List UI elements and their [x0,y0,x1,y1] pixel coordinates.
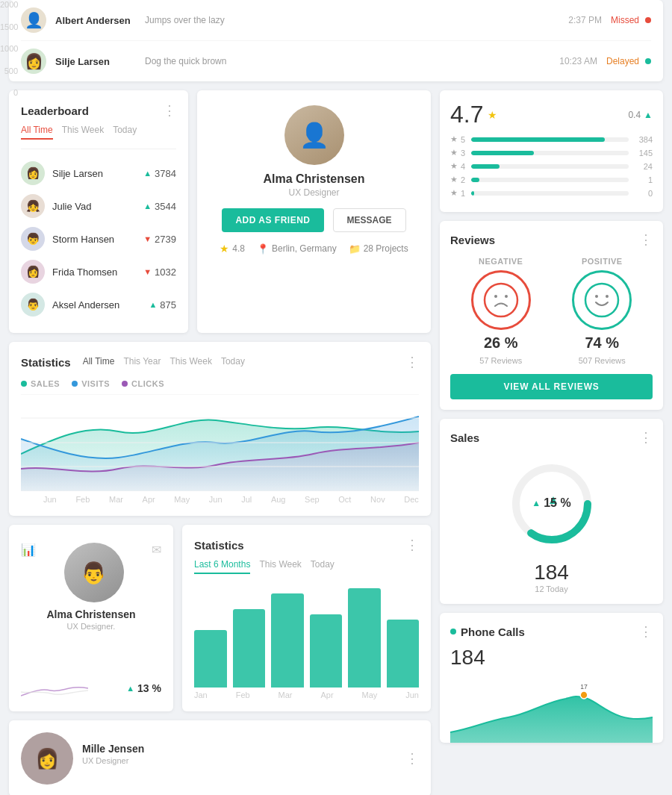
folder-icon: 📁 [349,243,361,255]
leader-score: ▼ 1032 [143,266,176,278]
sales-title: Sales [450,431,479,444]
bar-jan [194,583,227,688]
calls-chart: 17 Jan Feb Mar Apr May Jun [450,673,653,732]
profile-avatar: 👤 [284,105,344,165]
calls-dot [450,629,456,635]
tab-this-week[interactable]: This Week [62,125,104,140]
negative-reviews: NEGATIVE 26 % 57 Reviews [471,257,531,365]
notif-status: Delayed [606,56,639,66]
stats-tab-alltime[interactable]: All Time [83,356,115,368]
sales-sub: 12 Today [450,584,653,593]
star-icon: ★ [488,109,497,121]
stats-tab-year[interactable]: This Year [123,356,161,368]
arrow-down-icon: ▼ [143,267,152,276]
status-dot [645,17,651,23]
more-options-icon[interactable]: ⋮ [405,354,419,370]
tab-today[interactable]: Today [113,125,137,140]
message-button[interactable]: MESSAGE [333,208,406,232]
reviews-card: Reviews ⋮ NEGATIVE [440,221,663,410]
leader-name: Julie Vad [52,201,143,212]
arrow-up-icon: ▲ [143,169,152,178]
arrow-up-icon: ▲ [532,498,541,508]
person-icons-row: 📊 👨 ✉ [21,537,161,608]
positive-label: POSITIVE [582,257,623,266]
leader-row: 👦 Storm Hansen ▼ 2739 [21,222,176,255]
avatar: 👩 [21,260,45,284]
chart-icon[interactable]: 📊 [21,543,36,602]
bar-stats-title: Statistics [194,539,244,552]
svg-point-10 [606,295,609,298]
star-icon: ★ [220,243,229,255]
statistics-tabs: All Time This Year This Week Today [83,356,405,368]
leaderboard-card: Leaderboard ⋮ All Time This Week Today 👩… [9,90,188,333]
profile-projects: 📁 28 Projects [349,243,408,255]
rating-card: 4.7 ★ 0.4 ▲ ★ 5 384 ★ 3 [440,90,663,212]
more-options-icon[interactable]: ⋮ [163,102,176,119]
sales-pct: 15 % [544,496,570,510]
statistics-card: Statistics All Time This Year This Week … [9,342,431,516]
arrow-down-icon: ▼ [143,234,152,243]
person2-info: Mille Jensen UX Designer [82,743,144,774]
tab-today[interactable]: Today [311,559,335,574]
leader-name: Frida Thomsen [52,266,143,278]
profile-meta: ★ 4.8 📍 Berlin, Germany 📁 28 Projects [220,243,408,255]
profile-location: 📍 Berlin, Germany [257,243,337,255]
notification-item: 👩 Silje Larsen Dog the quick brown 10:23… [21,41,651,81]
rating-bar-1: ★ 1 0 [450,188,653,198]
rating-bar-5: ★ 5 384 [450,134,653,144]
leader-name: Silje Larsen [52,168,143,179]
add-friend-button[interactable]: ADD AS FRIEND [222,208,323,232]
profile-actions: ADD AS FRIEND MESSAGE [222,208,405,232]
bar-apr [310,583,343,688]
svg-point-5 [485,284,517,317]
bar-x-labels: Jan Feb Mar Apr May Jun [194,690,419,699]
more-options-icon[interactable]: ⋮ [405,537,419,553]
person2-name: Mille Jensen [82,743,144,755]
more-options-icon[interactable]: ⋮ [405,751,419,766]
notif-time: 2:37 PM [568,15,602,25]
rating-bar-3: ★ 3 145 [450,148,653,158]
reviews-columns: NEGATIVE 26 % 57 Reviews [450,257,653,365]
avatar: 👩 [21,161,45,185]
leaderboard-tabs: All Time This Week Today [21,125,176,140]
positive-smiley [572,270,632,330]
leader-row: 👨 Aksel Andersen ▲ 875 [21,288,176,321]
arrow-up-icon: ▲ [143,202,152,211]
person1-name: Alma Christensen [46,608,135,620]
legend-sales: SALES [21,379,60,388]
tab-all-time[interactable]: All Time [21,125,53,140]
leader-row: 👩 Silje Larsen ▲ 3784 [21,157,176,190]
leader-score: ▲ 3784 [143,168,176,179]
donut-chart-area: ▲ 15 % [450,452,653,555]
more-options-icon[interactable]: ⋮ [639,231,653,248]
stats-tab-today[interactable]: Today [221,356,245,368]
notif-name: Silje Larsen [55,56,145,67]
legend-dot-visits [72,381,78,387]
sales-card: Sales ⋮ ▲ 15 % 184 [440,419,663,604]
chart-legend: SALES VISITS CLICKS [21,379,419,388]
tab-last6months[interactable]: Last 6 Months [194,559,250,574]
stats-tab-week[interactable]: This Week [169,356,211,368]
svg-point-14 [580,691,588,699]
statistics-chart [21,394,419,491]
person2-more[interactable]: ⋮ [405,750,419,767]
mail-icon[interactable]: ✉ [152,543,161,602]
more-options-icon[interactable]: ⋮ [639,429,653,446]
notif-message: Dog the quick brown [145,56,559,66]
profile-role: UX Designer [288,187,339,198]
sad-face-icon [482,281,520,319]
calls-count: 184 [450,646,653,670]
view-all-reviews-button[interactable]: VIEW ALL REVIEWS [450,374,653,399]
arrow-up-icon: ▲ [149,300,157,309]
svg-point-9 [595,295,598,298]
svg-point-7 [505,295,508,298]
reviews-title: Reviews [450,234,495,246]
more-options-icon[interactable]: ⋮ [639,623,653,640]
tab-thisweek[interactable]: This Week [259,559,301,574]
avatar: 👨 [21,293,45,317]
leader-score: ▼ 2739 [143,234,176,245]
rating-score: 4.7 [450,101,483,128]
leader-row: 👩 Frida Thomsen ▼ 1032 [21,255,176,288]
notif-time: 10:23 AM [559,56,597,66]
profile-name: Alma Christensen [263,172,364,186]
